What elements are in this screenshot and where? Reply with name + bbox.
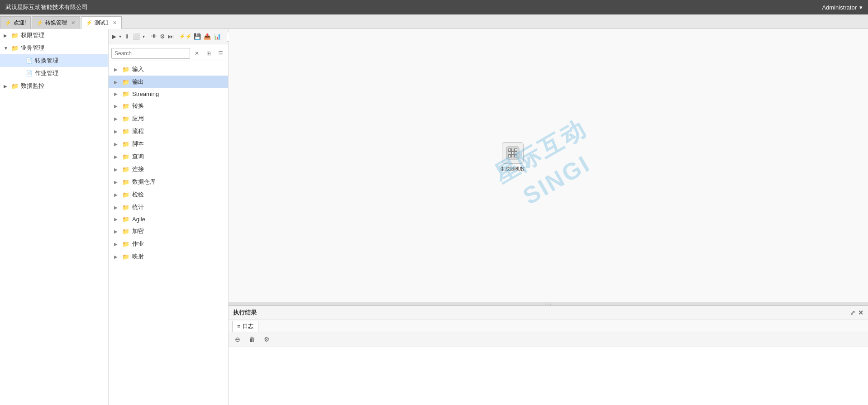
comp-item-connect[interactable]: ▶ 📁 连接 [109, 163, 228, 176]
exec-content [229, 347, 868, 405]
sidebar-item-perm-mgmt[interactable]: ▶ 📁 权限管理 [0, 29, 108, 42]
tab-welcome[interactable]: ⚡ 欢迎! [0, 16, 31, 29]
title-bar: 武汉星际互动智能技术有限公司 Administrator ▾ [0, 0, 868, 14]
exec-tab-log-label: 日志 [243, 323, 253, 330]
settings-button[interactable]: ⚙ [159, 31, 166, 42]
exec-settings-button[interactable]: ⚙ [261, 334, 272, 345]
comp-connect-chevron: ▶ [114, 167, 119, 172]
sidebar-item-job-mgmt[interactable]: 📄 作业管理 [0, 67, 108, 80]
exec-tabs: ≡ 日志 [229, 319, 868, 332]
comp-item-streaming[interactable]: ▶ 📁 Streaming [109, 88, 228, 100]
tab-test1[interactable]: ⚡ 测试1 ✕ [81, 16, 122, 29]
svg-point-7 [515, 149, 517, 151]
play-button[interactable]: ▶ [111, 31, 117, 42]
tab-welcome-icon: ⚡ [5, 20, 11, 26]
comp-script-folder-icon: 📁 [122, 141, 129, 148]
comp-item-query[interactable]: ▶ 📁 查询 [109, 150, 228, 163]
exec-clear-button[interactable]: 🗑 [247, 334, 258, 345]
export-button[interactable]: 📤 [203, 31, 211, 42]
comp-output-chevron: ▶ [114, 80, 119, 85]
comp-output-label: 输出 [132, 78, 144, 86]
exec-stop-button[interactable]: ⊖ [232, 334, 243, 345]
toolbar: ▶ ▾ ⏸ ⬜ ▾ 👁 ⚙ ⏭ ⚡⚡ 💾 📤 📊 100 ▾ [109, 29, 228, 44]
tab-test1-label: 测试1 [95, 19, 109, 27]
comp-encrypt-label: 加密 [132, 227, 144, 235]
tab-transfer-mgmt[interactable]: ⚡ 转换管理 ✕ [32, 16, 80, 29]
comp-agile-chevron: ▶ [114, 217, 119, 222]
comp-apply-folder-icon: 📁 [122, 115, 129, 122]
canvas-node-random[interactable]: 生成随机数 [500, 142, 525, 172]
comp-item-encrypt[interactable]: ▶ 📁 加密 [109, 225, 228, 238]
expand-exec-button[interactable]: ⤢ [850, 309, 855, 316]
middle-panel: ▶ ▾ ⏸ ⬜ ▾ 👁 ⚙ ⏭ ⚡⚡ 💾 📤 📊 100 ▾ [109, 29, 229, 405]
comp-datawarehouse-folder-icon: 📁 [122, 179, 129, 186]
app-title: 武汉星际互动智能技术有限公司 [5, 3, 88, 11]
comp-mapping-chevron: ▶ [114, 254, 119, 259]
comp-item-job[interactable]: ▶ 📁 作业 [109, 238, 228, 250]
comp-flow-label: 流程 [132, 127, 144, 135]
comp-item-datawarehouse[interactable]: ▶ 📁 数据仓库 [109, 176, 228, 188]
exec-tab-log-icon: ≡ [237, 324, 240, 330]
tab-transfer-label: 转换管理 [45, 19, 67, 27]
comp-query-chevron: ▶ [114, 154, 119, 159]
comp-mapping-label: 映射 [132, 253, 144, 261]
comp-item-flow[interactable]: ▶ 📁 流程 [109, 125, 228, 138]
tab-test1-close[interactable]: ✕ [113, 20, 117, 26]
comp-transform-folder-icon: 📁 [122, 103, 129, 110]
comp-transform-label: 转换 [132, 102, 144, 110]
comp-item-apply[interactable]: ▶ 📁 应用 [109, 112, 228, 125]
sidebar-item-biz-mgmt[interactable]: ▼ 📁 业务管理 [0, 42, 108, 54]
comp-stats-label: 统计 [132, 203, 144, 211]
comp-flow-chevron: ▶ [114, 129, 119, 134]
user-name: Administrator [822, 4, 857, 11]
comp-item-stats[interactable]: ▶ 📁 统计 [109, 201, 228, 214]
canvas[interactable]: 星际互动 SINGI [229, 29, 868, 302]
stop-dropdown-button[interactable]: ▾ [142, 31, 145, 42]
tab-transfer-close[interactable]: ✕ [71, 20, 75, 26]
left-sidebar: ▶ 📁 权限管理 ▼ 📁 业务管理 📄 转换管理 📄 作业管理 [0, 29, 109, 405]
comp-stats-folder-icon: 📁 [122, 204, 129, 211]
comp-query-label: 查询 [132, 152, 144, 161]
monitor-button[interactable]: 📊 [213, 31, 221, 42]
comp-transform-chevron: ▶ [114, 104, 119, 109]
exec-header-actions: ⤢ ✕ [850, 309, 863, 316]
comp-item-mapping[interactable]: ▶ 📁 映射 [109, 250, 228, 263]
toggle-view-button[interactable]: ⊞ [204, 48, 214, 58]
exec-results: 执行结果 ⤢ ✕ ≡ 日志 ⊖ 🗑 ⚙ [229, 305, 868, 405]
comp-item-transform[interactable]: ▶ 📁 转换 [109, 100, 228, 112]
exec-tab-log[interactable]: ≡ 日志 [232, 321, 258, 332]
comp-agile-label: Agile [132, 216, 145, 223]
title-left: 武汉星际互动智能技术有限公司 [5, 3, 88, 11]
comp-item-agile[interactable]: ▶ 📁 Agile [109, 214, 228, 225]
save-button[interactable]: 💾 [193, 31, 201, 42]
play-dropdown-button[interactable]: ▾ [119, 31, 122, 42]
perm-mgmt-folder-icon: 📁 [11, 32, 19, 39]
sidebar-item-transfer-mgmt[interactable]: 📄 转换管理 [0, 54, 108, 67]
comp-job-label: 作业 [132, 240, 144, 248]
comp-inspect-folder-icon: 📁 [122, 191, 129, 198]
comp-item-inspect[interactable]: ▶ 📁 检验 [109, 188, 228, 201]
deploy-button[interactable]: ⚡⚡ [180, 31, 191, 42]
pause-button[interactable]: ⏸ [124, 31, 130, 42]
comp-item-script[interactable]: ▶ 📁 脚本 [109, 138, 228, 150]
sidebar-item-data-monitor[interactable]: ▶ 📁 数据监控 [0, 80, 108, 92]
comp-mapping-folder-icon: 📁 [122, 253, 129, 260]
list-view-button[interactable]: ☰ [215, 48, 225, 58]
search-input[interactable] [111, 48, 190, 59]
comp-item-output[interactable]: ▶ 📁 输出 [109, 76, 228, 88]
comp-input-chevron: ▶ [114, 67, 119, 72]
tab-test1-icon: ⚡ [86, 20, 92, 26]
canvas-splitter[interactable] [229, 302, 868, 305]
preview-button[interactable]: 👁 [151, 31, 157, 42]
clear-search-button[interactable]: ✕ [192, 48, 202, 58]
close-exec-button[interactable]: ✕ [858, 309, 863, 316]
comp-flow-folder-icon: 📁 [122, 128, 129, 135]
stop-button[interactable]: ⬜ [132, 31, 140, 42]
comp-item-input[interactable]: ▶ 📁 输入 [109, 63, 228, 76]
node-icon-box [502, 142, 524, 164]
main-canvas-area: 星际互动 SINGI [229, 29, 868, 405]
step-button[interactable]: ⏭ [167, 31, 174, 42]
perm-mgmt-chevron: ▶ [4, 33, 9, 38]
user-chevron[interactable]: ▾ [859, 4, 863, 11]
data-monitor-label: 数据监控 [21, 82, 44, 90]
